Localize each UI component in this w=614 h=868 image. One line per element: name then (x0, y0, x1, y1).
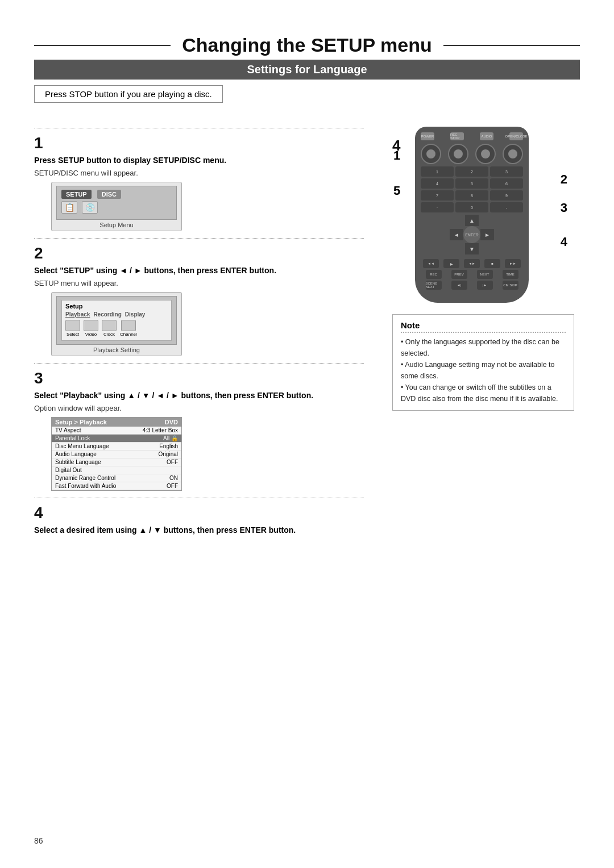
menu-icon4-box (121, 320, 136, 331)
step4-number: 4 (34, 504, 364, 522)
screen1-tabs: SETUP DISC (61, 190, 172, 199)
menu-icon4: Channel (120, 320, 137, 337)
remote-misc-btn5[interactable]: ►► (505, 259, 521, 268)
remote-misc-btn7[interactable]: PREV (451, 270, 467, 279)
remote-num-1[interactable]: 1 (421, 166, 454, 177)
screen1-icon1: 📋 (61, 201, 77, 214)
step4-bold: Select a desired item using ▲ / ▼ button… (34, 525, 296, 535)
screen2-inner: Setup Playback Recording Display Select (56, 296, 177, 345)
note-bullet-3: • You can change or switch off the subti… (401, 383, 558, 403)
remote-misc-row1: ◄◄ ▶ ◄► ■ ►► (421, 259, 523, 268)
remote-arrow-top-row: ▲ (451, 215, 492, 226)
setup-menu-tabs: Playback Recording Display (65, 311, 168, 318)
remote-misc-btn10[interactable]: SCENE NEXT (426, 281, 442, 290)
step1-sub: SETUP/DISC menu will appear. (34, 169, 364, 177)
step1-number: 1 (34, 134, 364, 152)
screen2-mockup: Setup Playback Recording Display Select (51, 292, 182, 356)
left-column: 1 Press SETUP button to display SETUP/DI… (34, 121, 364, 539)
remote-num-0[interactable]: 0 (455, 202, 488, 212)
remote-misc-btn9[interactable]: TIME (503, 270, 518, 279)
step2-instruction: Select "SETUP" using ◄ / ► buttons, then… (34, 265, 364, 277)
remote-arrow-bot-row: ▼ (451, 243, 492, 254)
remote-arrow-left[interactable]: ◄ (450, 229, 463, 240)
remote-circle-btn-4[interactable] (503, 144, 523, 164)
remote-circle-btn-2[interactable] (448, 144, 468, 164)
remote-num-2[interactable]: 2 (455, 166, 488, 177)
tab-recording: Recording (93, 311, 121, 318)
remote-num-extra[interactable]: - (490, 202, 523, 212)
screen1-caption: Setup Menu (56, 222, 177, 228)
page-title: Changing the SETUP menu (171, 34, 443, 56)
remote-body: POWER REC STOP AUDIO OPEN/CLOSE (415, 127, 529, 303)
remote-arrow-up[interactable]: ▲ (465, 215, 479, 226)
remote-misc-btn4[interactable]: ■ (484, 259, 500, 268)
remote-recstop-btn[interactable]: REC STOP (450, 132, 464, 140)
playback-row-4: Audio Language Original (52, 450, 181, 458)
screen1-icon2: 💿 (82, 201, 98, 214)
remote-label-2: 2 (561, 172, 567, 187)
remote-num-grid: 1 2 3 4 5 6 7 8 9 · 0 - (421, 166, 523, 212)
subtitle-bar: Settings for Language (34, 60, 580, 80)
remote-num-4[interactable]: 4 (421, 178, 454, 189)
remote-arrow-down[interactable]: ▼ (465, 243, 479, 254)
screen1-tab-setup: SETUP (61, 190, 92, 199)
step4-divider (34, 498, 364, 498)
remote-arrow-right[interactable]: ► (480, 229, 494, 240)
remote-area: 4 POWER REC STOP AUDIO OPEN/CLOSE (392, 127, 551, 411)
title-line: Changing the SETUP menu (34, 34, 580, 56)
remote-misc-btn3[interactable]: ◄► (464, 259, 480, 268)
menu-icon3: Clock (102, 320, 117, 337)
note-container: Note • Only the languages supported by t… (392, 314, 551, 411)
remote-misc-btn1[interactable]: ◄◄ (423, 259, 439, 268)
screen1-icon2-box: 💿 (82, 201, 98, 214)
note-title: Note (401, 320, 566, 333)
right-column: 4 POWER REC STOP AUDIO OPEN/CLOSE (364, 121, 580, 539)
remote-enter-btn[interactable]: ENTER (463, 226, 480, 243)
remote-misc-btn11[interactable]: ◄| (451, 281, 467, 290)
remote-misc-btn8[interactable]: NEXT (477, 270, 493, 279)
remote-num-6[interactable]: 6 (490, 178, 523, 189)
menu-icon2: Video (84, 320, 98, 337)
note-box: Note • Only the languages supported by t… (392, 314, 574, 411)
remote-num-5[interactable]: 5 (455, 178, 488, 189)
remote-audio-btn[interactable]: AUDIO (480, 132, 493, 140)
menu-icon1-box (65, 320, 80, 331)
remote-misc-btn6[interactable]: REC (426, 270, 442, 279)
step3-sub: Option window will appear. (34, 404, 364, 412)
menu-icon1: Select (65, 320, 80, 337)
remote-power-btn[interactable]: POWER (421, 132, 434, 140)
remote-circle-btn-1[interactable] (421, 144, 441, 164)
remote-misc-btn13[interactable]: CM SKIP (503, 281, 518, 290)
step4-instruction: Select a desired item using ▲ / ▼ button… (34, 524, 364, 536)
remote-label-4-bot: 4 (561, 235, 567, 249)
remote-num-3[interactable]: 3 (490, 166, 523, 177)
step1-bold: Press SETUP button to display SETUP/DISC… (34, 156, 226, 165)
title-line-left (34, 45, 171, 46)
menu-icon3-box (102, 320, 117, 331)
setup-menu-mockup: Setup Playback Recording Display Select (61, 300, 172, 341)
playback-row-3: Disc Menu Language English (52, 443, 181, 450)
remote-label-1: 1 (393, 148, 400, 163)
page-number: 86 (34, 836, 43, 845)
step2-divider (34, 238, 364, 239)
remote-num-0a[interactable]: · (421, 202, 454, 212)
remote-misc-btn2[interactable]: ▶ (443, 259, 459, 268)
tab-display: Display (125, 311, 146, 318)
remote-arrow-mid-row: ◄ ENTER ► (450, 226, 494, 243)
step3-divider (34, 363, 364, 364)
remote-num-7[interactable]: 7 (421, 190, 454, 201)
step3-bold: Select "Playback" using ▲ / ▼ / ◄ / ► bu… (34, 391, 313, 400)
playback-table: Setup > Playback DVD TV Aspect 4:3 Lette… (51, 417, 182, 491)
setup-menu-header: Setup (65, 303, 168, 310)
step2-number: 2 (34, 244, 364, 262)
remote-misc-btn12[interactable]: |► (477, 281, 493, 290)
remote-num-8[interactable]: 8 (455, 190, 488, 201)
remote-circle-row1 (421, 144, 523, 164)
remote-circle-btn-3[interactable] (475, 144, 496, 164)
remote-num-9[interactable]: 9 (490, 190, 523, 201)
title-line-right (443, 45, 580, 46)
playback-row-1: TV Aspect 4:3 Letter Box (52, 427, 181, 435)
remote-open-btn[interactable]: OPEN/CLOSE (509, 132, 523, 140)
note-bullet-2: • Audio Language setting may not be avai… (401, 361, 555, 380)
subtitle-text: Settings for Language (247, 63, 367, 76)
